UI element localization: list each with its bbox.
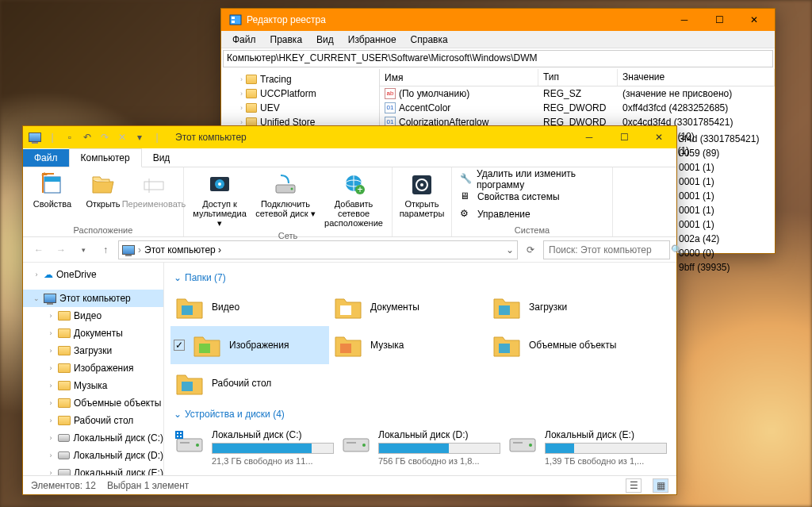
checkbox-icon[interactable]: ✓: [174, 340, 185, 351]
address-bar[interactable]: › Этот компьютер › ⌄: [118, 240, 518, 259]
nav-item-рабочийстол[interactable]: ›Рабочий стол: [23, 412, 163, 429]
folder-icon: [491, 331, 523, 359]
tree-item[interactable]: ›Tracing: [221, 72, 379, 86]
qat-undo-icon[interactable]: ↶: [80, 130, 94, 144]
tree-item[interactable]: ›UEV: [221, 101, 379, 115]
explorer-app-icon: [28, 130, 42, 144]
folder-icon: [58, 311, 71, 321]
registry-value-text: 0001 (1): [679, 176, 774, 190]
nav-item-документы[interactable]: ›Документы: [23, 325, 163, 342]
ribbon-system-properties[interactable]: 🖥Свойства системы: [457, 188, 607, 205]
registry-value-row[interactable]: 01AccentColorREG_DWORD0xff4d3fcd (428325…: [380, 101, 775, 115]
nav-item-объемныеобъекты[interactable]: ›Объемные объекты: [23, 394, 163, 412]
explorer-title: Этот компьютер: [169, 132, 572, 143]
menu-help[interactable]: Справка: [404, 33, 454, 47]
qat-redo-icon[interactable]: ↷: [98, 130, 112, 144]
navigation-panel[interactable]: ›☁OneDrive ⌄Этот компьютер ›Видео›Докуме…: [23, 263, 164, 475]
menu-edit[interactable]: Правка: [264, 33, 309, 47]
nav-forward-button[interactable]: →: [52, 240, 71, 259]
nav-onedrive[interactable]: ›☁OneDrive: [23, 266, 163, 283]
col-value[interactable]: Значение: [618, 69, 775, 86]
breadcrumb[interactable]: Этот компьютер ›: [144, 244, 221, 255]
nav-item-изображения[interactable]: ›Изображения: [23, 359, 163, 377]
col-type[interactable]: Тип: [538, 69, 618, 86]
registry-value-row[interactable]: ab(По умолчанию)REG_SZ(значение не присв…: [380, 86, 775, 101]
regedit-columns[interactable]: Имя Тип Значение: [380, 69, 775, 86]
folder-изображения[interactable]: ✓Изображения: [170, 326, 329, 364]
address-dropdown-icon[interactable]: ⌄: [506, 244, 514, 255]
section-folders[interactable]: ⌄Папки (7): [170, 266, 670, 288]
tab-computer[interactable]: Компьютер: [69, 148, 142, 167]
drive-c[interactable]: Локальный диск (C:)21,3 ГБ свободно из 1…: [170, 424, 337, 471]
section-drives[interactable]: ⌄Устройства и диски (4): [170, 402, 670, 424]
close-button[interactable]: ✕: [642, 126, 676, 148]
view-details-button[interactable]: ☰: [626, 478, 642, 493]
qat-dropdown-icon[interactable]: ▾: [132, 130, 147, 144]
folder-документы[interactable]: ✓Документы: [329, 288, 488, 326]
open-icon: [90, 172, 116, 198]
folder-загрузки[interactable]: ✓Загрузки: [488, 288, 646, 326]
close-button[interactable]: ✕: [737, 9, 772, 31]
tab-file[interactable]: Файл: [23, 149, 69, 167]
maximize-button[interactable]: ☐: [607, 126, 642, 148]
nav-up-button[interactable]: ↑: [96, 240, 115, 259]
ribbon-uninstall[interactable]: 🔧Удалить или изменить программу: [457, 171, 607, 188]
search-box[interactable]: 🔍: [543, 240, 670, 259]
ribbon-properties[interactable]: Свойства: [28, 171, 77, 210]
nav-item-локальныйдискc[interactable]: ›Локальный диск (C:): [23, 429, 163, 447]
drive-d[interactable]: Локальный диск (D:)756 ГБ свободно из 1,…: [337, 424, 504, 471]
drive-e[interactable]: Локальный диск (E:)1,39 ТБ свободно из 1…: [504, 424, 670, 471]
minimize-button[interactable]: ─: [572, 126, 607, 148]
ribbon: Свойства Открыть Переименовать Расположе…: [23, 167, 676, 237]
folder-icon: [58, 363, 71, 373]
explorer-navbar: ← → ▾ ↑ › Этот компьютер › ⌄ ⟳ 🔍: [23, 237, 676, 263]
menu-favorites[interactable]: Избранное: [342, 33, 403, 47]
ribbon-map-drive[interactable]: Подключить сетевой диск ▾: [252, 171, 319, 229]
ribbon-manage[interactable]: ⚙Управление: [457, 205, 607, 223]
menu-file[interactable]: Файл: [226, 33, 262, 47]
svg-rect-32: [180, 432, 182, 434]
nav-back-button[interactable]: ←: [29, 240, 48, 259]
svg-rect-1: [232, 17, 235, 19]
folder-видео[interactable]: ✓Видео: [170, 288, 329, 326]
nav-this-pc[interactable]: ⌄Этот компьютер: [23, 290, 163, 307]
search-icon[interactable]: 🔍: [671, 244, 683, 255]
drive-icon: [58, 451, 71, 459]
svg-point-19: [420, 183, 423, 186]
drive-usage-bar: [378, 443, 500, 454]
menu-view[interactable]: Вид: [310, 33, 340, 47]
nav-item-локальныйдискd[interactable]: ›Локальный диск (D:): [23, 447, 163, 464]
minimize-button[interactable]: ─: [667, 9, 702, 31]
nav-item-локальныйдискe[interactable]: ›Локальный диск (E:): [23, 464, 163, 475]
folder-объемные-объекты[interactable]: ✓Объемные объекты: [488, 326, 646, 364]
search-input[interactable]: [549, 244, 668, 255]
drive-bdromf[interactable]: BDДисковод BD-ROM (F:): [170, 471, 337, 475]
maximize-button[interactable]: ☐: [702, 9, 737, 31]
col-name[interactable]: Имя: [380, 69, 538, 86]
nav-item-загрузки[interactable]: ›Загрузки: [23, 342, 163, 359]
ribbon-add-network[interactable]: + Добавить сетевое расположение: [320, 171, 387, 229]
ribbon-media-access[interactable]: Доступ к мультимедиа ▾: [189, 171, 251, 229]
drive-icon: [174, 429, 205, 455]
svg-rect-2: [232, 21, 235, 23]
refresh-button[interactable]: ⟳: [521, 240, 540, 259]
nav-item-музыка[interactable]: ›Музыка: [23, 377, 163, 394]
svg-rect-0: [230, 15, 241, 25]
content-area[interactable]: ⌄Папки (7) ✓Видео✓Документы✓Загрузки✓Изо…: [164, 263, 676, 475]
nav-recent-dropdown[interactable]: ▾: [74, 240, 93, 259]
svg-rect-31: [177, 432, 178, 434]
view-icons-button[interactable]: ▦: [653, 478, 668, 493]
qat-delete-icon[interactable]: ✕: [115, 130, 129, 144]
folder-рабочий-стол[interactable]: ✓Рабочий стол: [170, 364, 329, 402]
regedit-address[interactable]: Компьютер\HKEY_CURRENT_USER\Software\Mic…: [223, 50, 773, 67]
ribbon-open-settings[interactable]: Открыть параметры: [397, 171, 446, 220]
drive-usage-bar: [545, 443, 667, 454]
tab-view[interactable]: Вид: [142, 149, 182, 167]
tree-item[interactable]: ›UCCPlatform: [221, 86, 379, 101]
regedit-titlebar[interactable]: Редактор реестра ─ ☐ ✕: [221, 9, 775, 31]
folder-музыка[interactable]: ✓Музыка: [329, 326, 488, 364]
qat-properties-icon[interactable]: ▫: [63, 130, 77, 144]
explorer-titlebar[interactable]: | ▫ ↶ ↷ ✕ ▾ | Этот компьютер ─ ☐ ✕: [23, 126, 676, 148]
nav-item-видео[interactable]: ›Видео: [23, 307, 163, 325]
ribbon-open[interactable]: Открыть: [79, 171, 128, 210]
